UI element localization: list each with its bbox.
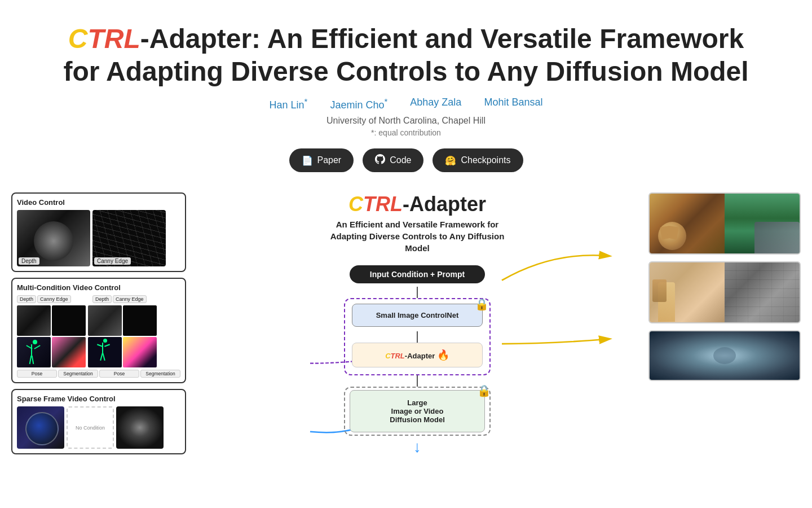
controlnet-label: Small Image ControlNet <box>361 311 473 319</box>
multi-canny-label-1: Canny Edge <box>37 295 71 303</box>
multi-depth-label-2: Depth <box>92 295 112 303</box>
title-trl: TRL <box>87 24 140 54</box>
multi-img-2 <box>52 305 86 336</box>
checkpoints-button[interactable]: 🤗 Checkpoints <box>433 148 523 172</box>
author-mohit-bansal[interactable]: Mohit Bansal <box>484 97 542 111</box>
arch-c: C <box>348 192 363 216</box>
multi-condition-title: Multi-Condition Video Control <box>17 283 180 292</box>
pose-label-1: Pose <box>17 370 57 378</box>
code-button[interactable]: Code <box>363 148 423 172</box>
depth-image: Depth <box>17 210 90 266</box>
author-abhay-zala[interactable]: Abhay Zala <box>410 97 461 111</box>
title-rest: -Adapter: An Efficient and Versatile Fra… <box>140 24 744 54</box>
author-jaemin-cho[interactable]: Jaemin Cho* <box>330 97 387 111</box>
video-control-title: Video Control <box>17 198 180 207</box>
connector-3 <box>417 375 418 387</box>
seg-label-2: Segmentation <box>140 370 180 378</box>
lock-icon-2: 🔒 <box>477 384 491 397</box>
title-line2: for Adapting Diverse Controls to Any Dif… <box>63 56 748 86</box>
multi-img-7 <box>88 337 122 367</box>
output-cat <box>650 194 725 255</box>
multi-img-4 <box>52 337 86 367</box>
input-box: Input Condition + Prompt <box>350 265 485 283</box>
authors-line: Han Lin* Jaemin Cho* Abhay Zala Mohit Ba… <box>11 97 801 111</box>
input-label: Input Condition + Prompt <box>370 270 465 279</box>
left-panel: Video Control Depth Canny Edge Multi-Con… <box>11 192 186 454</box>
output-box-1 <box>648 192 801 255</box>
ctrl-adapter-label: CTRL-Adapter 🔥 <box>385 352 449 360</box>
multi-img-1 <box>17 305 51 336</box>
arch-rest: -Adapter <box>403 192 486 216</box>
output-wall <box>725 262 800 323</box>
ctrl-adapter-box: CTRL-Adapter 🔥 <box>352 343 483 367</box>
title-c: C <box>68 24 88 54</box>
multi-depth-label-1: Depth <box>17 295 36 303</box>
output-hills <box>725 194 800 255</box>
multi-condition-box: Multi-Condition Video Control Depth Cann… <box>11 278 186 383</box>
paper-icon: 📄 <box>302 155 313 166</box>
canny-image: Canny Edge <box>92 210 166 266</box>
multi-canny-label-2: Canny Edge <box>113 295 147 303</box>
arch-subtitle: An Efficient and Versatile Framework for… <box>327 218 508 254</box>
arch-title: CTRL-Adapter <box>348 192 486 216</box>
affiliation: University of North Carolina, Chapel Hil… <box>11 116 801 126</box>
checkpoints-icon: 🤗 <box>445 155 456 166</box>
diffusion-label-line2: Image or Video <box>359 407 475 415</box>
diffusion-box: 🔒 Large Image or Video Diffusion Model <box>350 390 485 432</box>
sparse-images: No Condition <box>17 406 180 449</box>
title-section: CTRL-Adapter: An Efficient and Versatile… <box>11 23 801 172</box>
canny-label: Canny Edge <box>94 257 131 265</box>
output-box-2 <box>648 261 801 323</box>
equal-contrib: *: equal contribution <box>11 128 801 137</box>
code-icon <box>375 154 385 167</box>
paper-label: Paper <box>317 155 342 165</box>
multi-img-3 <box>17 337 51 367</box>
page-container: CTRL-Adapter: An Efficient and Versatile… <box>0 0 812 467</box>
buttons-row: 📄 Paper Code 🤗 Checkpoints <box>11 148 801 172</box>
video-ctrl-images: Depth Canny Edge <box>17 210 180 266</box>
connector-1 <box>417 287 418 298</box>
lock-icon-1: 🔒 <box>475 297 489 311</box>
main-title: CTRL-Adapter: An Efficient and Versatile… <box>11 23 801 87</box>
code-label: Code <box>390 155 411 165</box>
right-panel <box>648 192 801 381</box>
diagram-wrapper: Video Control Depth Canny Edge Multi-Con… <box>11 192 801 456</box>
controlnet-box: 🔒 Small Image ControlNet <box>352 304 483 327</box>
seg-label-1: Segmentation <box>58 370 98 378</box>
sparse-frame-box: Sparse Frame Video Control No Condition <box>11 389 186 454</box>
no-condition-image: No Condition <box>67 406 114 449</box>
connector-2 <box>417 331 418 343</box>
globe-image <box>17 406 64 449</box>
depth-label: Depth <box>19 257 39 265</box>
multi-img-5 <box>88 305 122 336</box>
center-panel: CTRL-Adapter An Efficient and Versatile … <box>186 192 648 456</box>
pose-label-2: Pose <box>99 370 139 378</box>
arch-trl: TRL <box>363 192 403 216</box>
checkpoints-label: Checkpoints <box>461 155 510 165</box>
multi-img-8 <box>123 337 157 367</box>
output-box-3 <box>648 330 801 381</box>
output-person <box>650 262 725 323</box>
paper-button[interactable]: 📄 Paper <box>289 148 354 172</box>
no-condition-text: No Condition <box>76 425 105 431</box>
diffusion-label-line1: Large <box>359 398 475 407</box>
down-arrow: ↓ <box>413 438 421 456</box>
fire-icon: 🔥 <box>437 349 449 361</box>
arch-flow: Input Condition + Prompt 🔒 Small Image C… <box>327 265 508 456</box>
author-han-lin[interactable]: Han Lin* <box>270 97 308 111</box>
tunnel-image <box>116 406 164 449</box>
sparse-frame-title: Sparse Frame Video Control <box>17 395 180 403</box>
diffusion-label-line3: Diffusion Model <box>359 415 475 424</box>
bottom-labels: Pose Segmentation Pose Segmentation <box>17 370 180 378</box>
video-control-box: Video Control Depth Canny Edge <box>11 192 186 272</box>
multi-img-6 <box>123 305 157 336</box>
